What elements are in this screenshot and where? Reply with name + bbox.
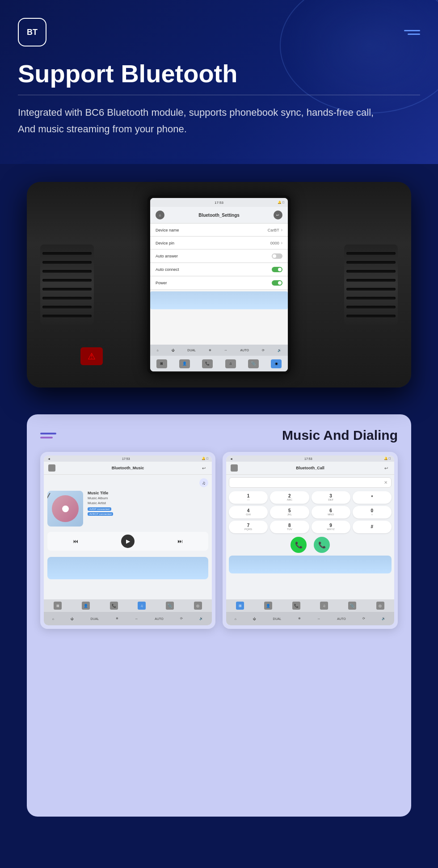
cs-vol: 🔊 [382,617,386,620]
music-track-name: Music Title [88,491,208,495]
ms-power: ⏻ [71,617,74,620]
dial-6[interactable]: 6 MNO [312,506,350,518]
status-dual: DUAL [187,349,196,352]
call-input-bar[interactable]: ✕ [229,477,392,488]
screen-statusbar: 17:53 🔔 □ [150,198,288,207]
cn-grid-icon[interactable]: ⊞ [236,602,244,610]
mn-person-icon[interactable]: 👤 [82,602,90,610]
music-navbar: Bluetooth_Music ↩ [44,462,212,475]
mn-music-icon[interactable]: ♫ [138,602,146,610]
music-wave-bg [47,557,208,579]
call-content: ✕ 1 — 2 ABC 3 DEF [226,475,394,576]
mn-grid-icon[interactable]: ⊞ [54,602,62,610]
redial-button[interactable]: 📞 [314,537,330,553]
music-back-icon[interactable]: ↩ [200,464,207,472]
dial-2[interactable]: 2 ABC [270,491,309,504]
auto-connect-row[interactable]: Auto connect [150,263,288,276]
music-home-icon[interactable] [48,464,55,472]
nav-phone-icon[interactable]: 📞 [202,359,213,368]
home-icon[interactable]: ⌂ [156,211,164,219]
prev-button[interactable]: ⏮ [70,536,81,547]
music-screen-title: Bluetooth_Music [112,466,144,470]
dial-1[interactable]: 1 — [229,491,268,504]
chevron-right-icon: › [281,228,282,232]
call-screen-card: ◄ 17:53 🔔 □ Bluetooth_Call ↩ ✕ [223,452,398,629]
dial-3[interactable]: 3 DEF [312,491,350,504]
wave-decoration [150,291,288,309]
dial-hash[interactable]: # [353,521,392,533]
screen-time: 17:53 [215,201,223,205]
nav-paperclip-icon[interactable]: 📎 [248,359,259,368]
music-mini-screen: ◄ 17:53 🔔 □ Bluetooth_Music ↩ ♫ [44,455,212,625]
ms-auto: AUTO [155,617,163,620]
nav-music-icon[interactable]: ♫ [225,359,236,368]
music-note-icon: ♫ [199,478,208,487]
auto-answer-row[interactable]: Auto answer [150,250,288,263]
card-header: Music And Dialing [40,428,398,443]
screen-bezel: 17:53 🔔 □ ⌂ Bluetooth_Settings ↩ Device … [147,195,291,374]
mn-clip-icon[interactable]: 📎 [166,602,174,610]
play-button[interactable]: ▶ [121,535,135,548]
back-icon[interactable]: ↩ [274,211,282,219]
auto-connect-toggle[interactable] [272,267,282,272]
dial-7[interactable]: 7 PQRS [229,521,268,533]
cn-person-icon[interactable]: 👤 [264,602,272,610]
dial-5[interactable]: 5 JKL [270,506,309,518]
dial-4[interactable]: 4 GHI [229,506,268,518]
screen-bottom-nav: ⊞ 👤 📞 ♫ 📎 ◉ [150,356,288,371]
card-menu-line-2 [40,437,53,438]
cn-target-icon[interactable]: ◎ [376,602,384,610]
dial-8[interactable]: 8 TUV [270,521,309,533]
music-content: ♫ Music Title Music Album Music Artist A… [44,475,212,583]
auto-answer-toggle[interactable] [272,253,282,259]
call-back-arrow: ◄ [230,457,233,460]
menu-line-1 [404,30,420,31]
next-button[interactable]: ⏭ [175,536,185,547]
device-name-row[interactable]: Device name CarBT › [150,224,288,236]
dial-star[interactable]: * [353,491,392,504]
music-statusbar: ◄ 17:53 🔔 □ [44,455,212,462]
menu-button[interactable] [404,30,420,35]
music-artist: Music Artist [88,501,208,505]
call-time: 17:53 [304,457,312,460]
cs-arrows: ↔ [317,617,320,620]
call-clear-button[interactable]: ✕ [384,480,387,485]
hazard-button[interactable] [80,347,103,365]
screen-navbar: ⌂ Bluetooth_Settings ↩ [150,207,288,223]
call-back-icon[interactable]: ↩ [383,464,390,472]
call-home-icon[interactable] [231,464,238,472]
power-row[interactable]: Power [150,277,288,290]
cn-music-icon[interactable]: ♫ [320,602,328,610]
car-section: 17:53 🔔 □ ⌂ Bluetooth_Settings ↩ Device … [0,164,438,414]
bt-logo-badge: BT [18,18,46,46]
auto-answer-label: Auto answer [156,254,178,258]
device-name-value: CarBT › [268,228,282,232]
cs-snow: ❄ [298,617,301,620]
music-controls: ⏮ ▶ ⏭ [47,532,208,551]
status-power: ⏻ [172,349,175,352]
status-ac: ❄ [209,349,211,352]
mn-target-icon[interactable]: ◎ [194,602,202,610]
dial-9[interactable]: 9 WXYZ [312,521,350,533]
card-wrapper: Music And Dialing ◄ 17:53 🔔 □ Bluetooth_… [0,414,438,852]
car-dashboard: 17:53 🔔 □ ⌂ Bluetooth_Settings ↩ Device … [27,182,411,388]
status-vol: 🔊 [278,349,282,352]
card-menu-icon[interactable] [40,433,56,438]
ms-home: ⌂ [52,617,54,620]
dial-button[interactable]: 📞 [291,537,307,553]
nav-person-icon[interactable]: 👤 [179,359,190,368]
menu-line-2 [408,34,420,35]
dial-0[interactable]: 0 + [353,506,392,518]
call-navbar: Bluetooth_Call ↩ [226,462,394,475]
bt-settings-screen: 17:53 🔔 □ ⌂ Bluetooth_Settings ↩ Device … [150,198,288,371]
nav-bluetooth-icon[interactable]: ◉ [271,359,282,368]
cn-phone-icon[interactable]: 📞 [292,602,300,610]
ms-fan: ⟳ [180,617,183,620]
cn-clip-icon[interactable]: 📎 [348,602,356,610]
nav-grid-icon[interactable]: ⊞ [156,359,167,368]
header-section: BT Support Bluetooth Integrated with BC6… [0,0,438,164]
power-toggle[interactable] [272,280,282,286]
device-pin-row[interactable]: Device pin 0000 › [150,237,288,249]
mn-phone-icon[interactable]: 📞 [110,602,118,610]
ms-snow: ❄ [116,617,118,620]
